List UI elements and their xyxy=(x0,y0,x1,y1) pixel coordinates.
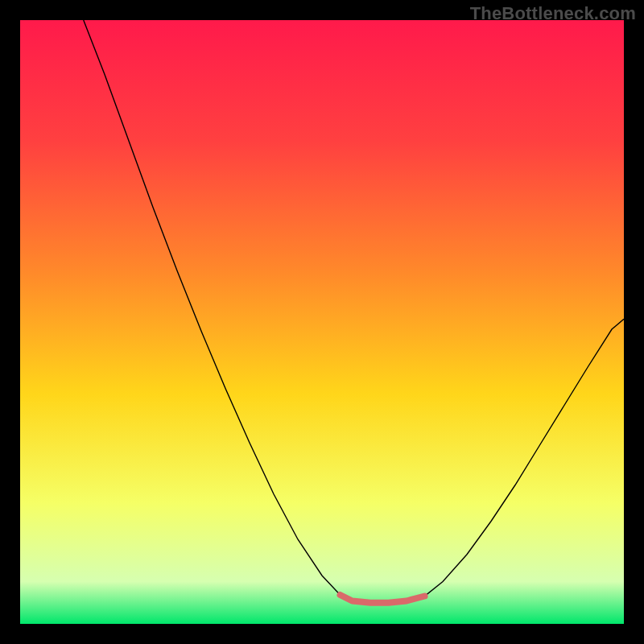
chart-frame: TheBottleneck.com xyxy=(0,0,644,644)
plot-background xyxy=(20,20,624,624)
bottleneck-chart xyxy=(20,20,624,624)
